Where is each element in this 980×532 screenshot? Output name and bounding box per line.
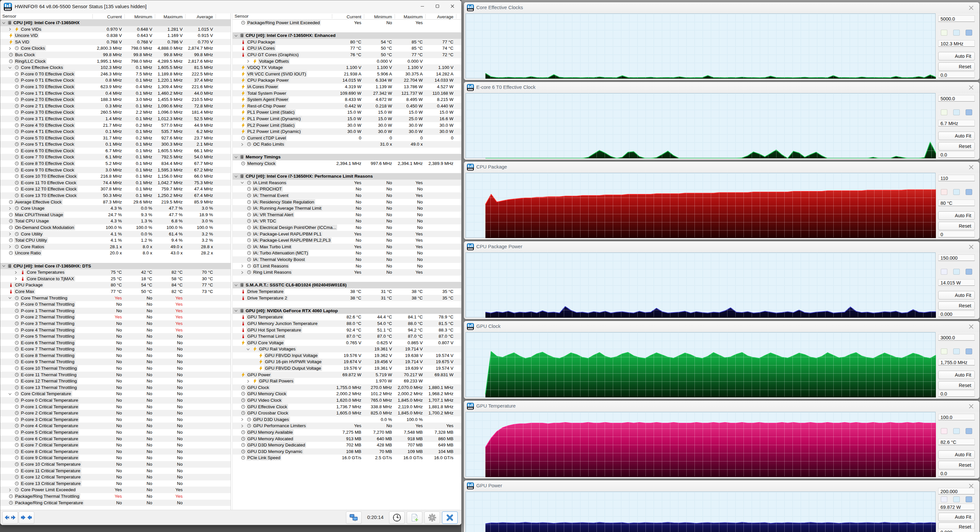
graph-scale-min[interactable]: 0.0 (938, 390, 975, 397)
sensor-row[interactable]: Average Effective Clock87.3 MHz29.6 MHz2… (0, 199, 231, 205)
section-header-row[interactable]: Memory Timings (232, 154, 461, 160)
series-color-swatch[interactable] (941, 30, 947, 36)
sensor-row[interactable]: Core Distance to TjMAX25 °C18 °C58 °C30 … (0, 276, 231, 282)
close-icon[interactable] (968, 84, 974, 91)
sensor-row[interactable]: E-core 6 T0 Effective Clock6.7 MHz0.1 MH… (0, 148, 231, 154)
sensor-row[interactable]: PL2 Power Limit (Dynamic)30.0 W30.0 W30.… (232, 129, 461, 135)
chevron-down-icon[interactable] (234, 175, 238, 178)
sensor-row[interactable]: E-core 8 Critical TemperatureNoNoNo (0, 448, 231, 455)
grid-color-swatch[interactable] (966, 110, 972, 115)
sensor-row[interactable]: E-core 13 T0 Effective Clock50.3 MHz0.1 … (0, 192, 231, 199)
chevron-down-icon[interactable] (8, 66, 12, 69)
collapse-columns-button[interactable] (19, 511, 34, 524)
section-header-row[interactable]: CPU [#0]: Intel Core i7-13650HX: DTS (0, 263, 231, 270)
sensor-row[interactable]: P-core 5 Critical TemperatureNoNoNo (0, 429, 231, 436)
expand-columns-button[interactable] (2, 511, 18, 524)
sensor-row[interactable]: Drive Temperature38 °C31 °C38 °C35 °C (232, 288, 461, 295)
sensor-row[interactable]: GPU D3D Usages0.0 %100.0 % (232, 416, 461, 423)
sensor-row[interactable]: E-core 7 Thermal ThrottlingNoNoNo (0, 346, 231, 353)
chevron-down-icon[interactable] (246, 347, 250, 351)
graph-scale-min[interactable]: 0.0 (938, 470, 975, 476)
sensor-row[interactable]: P-core 4 Critical TemperatureNoNoNo (0, 422, 231, 429)
sensor-row[interactable]: E-core 13 Critical TemperatureNoNoNo (0, 480, 231, 487)
sensor-row[interactable]: GPU Rail Voltages19.361 V19.714 V (232, 346, 461, 353)
sensor-row[interactable]: Voltage Offsets0.000 V0.000 V (232, 58, 461, 65)
sensor-row[interactable]: P-core 1 Critical TemperatureNoNoNo (0, 403, 231, 410)
grid-color-swatch[interactable] (966, 30, 972, 36)
grid-color-swatch[interactable] (966, 496, 972, 502)
graph-title-bar[interactable]: Core Effective Clocks (464, 2, 979, 13)
sensor-row[interactable]: Ring Limit ReasonsYesNoYes (232, 269, 461, 276)
graph-scale-max[interactable]: 100.0 (938, 414, 975, 420)
chevron-down-icon[interactable] (2, 21, 6, 24)
reset-button[interactable]: Reset (938, 142, 975, 151)
sensor-row[interactable]: CPU IA Cores77 °C50 °C85 °C74 °C (232, 45, 461, 52)
sensor-pane-right[interactable]: SensorCurrentMinimumMaximumAveragePackag… (232, 13, 461, 510)
section-header-row[interactable]: GPU [#0]: NVIDIA GeForce RTX 4060 Laptop (232, 308, 461, 314)
sensor-row[interactable]: IA: Package-Level RAPL/PBM PL2,PL3NoNoYe… (232, 237, 461, 244)
chevron-right-icon[interactable] (8, 488, 12, 492)
graph-scale-max[interactable]: 3000.0 (938, 334, 975, 341)
sensor-row[interactable]: GPU Core Voltage0.765 V0.625 V0.865 V0.8… (232, 340, 461, 346)
chevron-right-icon[interactable] (246, 379, 250, 383)
sensor-row[interactable]: GPU Performance LimitersYesNoYesYes (232, 422, 461, 429)
graph-scale-max[interactable]: 5000.0 (938, 15, 975, 22)
sensor-row[interactable]: P-core 4 T1 Effective Clock0.1 MHz0.1 MH… (0, 129, 231, 135)
sensor-row[interactable]: IA Limit ReasonsYesNoYes (232, 179, 461, 186)
sensor-row[interactable]: E-core 11 Thermal ThrottlingNoNoNo (0, 372, 231, 378)
sensor-row[interactable]: Max CPU/Thread Usage24.7 %9.3 %47.7 %18.… (0, 212, 231, 218)
background-color-swatch[interactable] (953, 269, 960, 275)
sensor-row[interactable]: Current cTDP Level0000 (232, 135, 461, 141)
sensor-row[interactable]: GPU Hot Spot Temperature92.4 °C51.1 °C94… (232, 327, 461, 333)
sensor-row[interactable]: PL2 Power Limit (Static)30.0 W30.0 W30.0… (232, 122, 461, 129)
close-icon[interactable] (968, 5, 974, 11)
sensor-row[interactable]: E-core 8 T0 Effective Clock5.2 MHz0.1 MH… (0, 160, 231, 167)
sensor-row[interactable]: E-core 12 Critical TemperatureNoNoNo (0, 474, 231, 480)
sensor-row[interactable]: Package/Ring Critical TemperatureNoNoNo (0, 500, 231, 506)
minimize-button[interactable] (417, 3, 427, 10)
series-color-swatch[interactable] (941, 428, 947, 434)
autofit-button[interactable]: Auto Fit (938, 211, 975, 220)
sensor-row[interactable]: Uncore VID0.838 V0.643 V1.169 V0.915 V (0, 32, 231, 39)
chevron-down-icon[interactable] (234, 155, 238, 159)
chevron-down-icon[interactable] (240, 181, 244, 184)
sensor-row[interactable]: Rest-of-Chip Power0.442 W0.218 W0.450 W0… (232, 103, 461, 110)
chevron-down-icon[interactable] (2, 264, 6, 267)
sensor-row[interactable]: Total CPU Usage4.3 %1.3 %6.8 %3.0 % (0, 218, 231, 224)
sensor-row[interactable]: CPU Package Power14.015 W6.334 W22.704 W… (232, 77, 461, 84)
maximize-button[interactable] (433, 3, 442, 10)
close-icon[interactable] (968, 244, 974, 250)
sensor-row[interactable]: PL1 Power Limit (Static)15.0 W15.0 W15.0… (232, 109, 461, 116)
sensor-row[interactable]: IA Cores Power4.319 W1.139 W13.786 W4.52… (232, 84, 461, 90)
chevron-right-icon[interactable] (8, 27, 12, 31)
sensor-row[interactable]: Core Effective Clocks102.3 MHz0.1 MHz1,6… (0, 64, 231, 71)
sensor-row[interactable]: E-core 12 Thermal ThrottlingNoNoNo (0, 378, 231, 384)
sensor-row[interactable]: P-core 2 T0 Effective Clock188.3 MHz3.0 … (0, 96, 231, 103)
graph-title-bar[interactable]: GPU Power (464, 480, 979, 492)
reset-button[interactable]: Reset (938, 62, 975, 71)
section-header-row[interactable]: S.M.A.R.T.: SSSTC CL6-8D1024 (0024045W01… (232, 282, 461, 288)
sensor-row[interactable]: GPU Memory Junction Temperature88.0 °C54… (232, 320, 461, 327)
grid-color-swatch[interactable] (966, 428, 972, 434)
grid-color-swatch[interactable] (966, 189, 972, 195)
sensor-row[interactable]: GPU Temperature82.6 °C44.4 °C84.1 °C78.9… (232, 314, 461, 320)
close-icon[interactable] (968, 403, 974, 409)
sensor-row[interactable]: Uncore Ratio20.0 x8.0 x43.0 x28.2 x (0, 250, 231, 256)
sensor-row[interactable]: P-core 0 T1 Effective Clock0.8 MHz0.1 MH… (0, 77, 231, 84)
chevron-down-icon[interactable] (234, 283, 238, 287)
chevron-right-icon[interactable] (240, 418, 244, 421)
section-header-row[interactable]: CPU [#0]: Intel Core i7-13650HX: Enhance… (232, 32, 461, 39)
series-color-swatch[interactable] (941, 189, 947, 195)
chevron-right-icon[interactable] (240, 424, 244, 427)
sensor-row[interactable]: Core Max77 °C50 °C82 °C73 °C (0, 288, 231, 295)
sensor-row[interactable]: CPU Package80 °C54 °C85 °C77 °C (232, 39, 461, 45)
background-color-swatch[interactable] (953, 110, 960, 115)
report-file-button[interactable] (407, 511, 422, 524)
sensor-row[interactable]: GPU Crossbar Clock1,605.0 MHz825.0 MHz1,… (232, 410, 461, 416)
sensor-row[interactable]: Core Usage4.3 %0.0 %47.7 %3.0 % (0, 205, 231, 212)
sensor-row[interactable]: E-core 10 Critical TemperatureNoNoNo (0, 461, 231, 468)
grid-color-swatch[interactable] (966, 348, 972, 354)
chevron-right-icon[interactable] (8, 46, 12, 50)
graph-scale-max[interactable]: 150.000 (938, 254, 975, 261)
sensor-row[interactable]: E-core 11 T0 Effective Clock74.4 MHz0.1 … (0, 179, 231, 186)
